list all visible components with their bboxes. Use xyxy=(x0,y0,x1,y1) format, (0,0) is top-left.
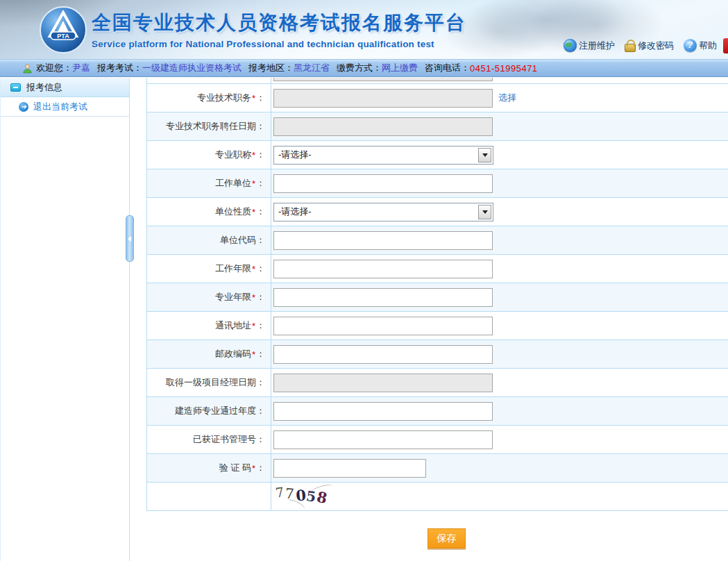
choose-link[interactable]: 选择 xyxy=(498,92,516,104)
field-cell xyxy=(271,169,728,197)
region-name: 黑龙江省 xyxy=(294,62,330,74)
clipped-form-row xyxy=(147,78,728,84)
text-input[interactable] xyxy=(273,174,493,193)
required-asterisk: * xyxy=(252,93,255,103)
field-cell xyxy=(271,397,728,425)
account-maintenance-link[interactable]: 注册维护 xyxy=(564,39,615,52)
required-asterisk: * xyxy=(252,264,255,274)
field-cell xyxy=(271,426,728,453)
help-label: 帮助 xyxy=(699,40,717,52)
form-row: 专业年限*： xyxy=(147,283,728,312)
registration-form: 专业技术职务*：选择专业技术职务聘任日期：专业职称*：-请选择-工作单位*：单位… xyxy=(146,78,728,511)
site-title: 全国专业技术人员资格考试报名服务平台 xyxy=(92,10,466,36)
text-input[interactable] xyxy=(273,345,493,364)
field-label: 验 证 码*： xyxy=(147,454,271,482)
change-password-link[interactable]: 修改密码 xyxy=(625,40,674,52)
captcha-digit: 7 xyxy=(275,484,285,500)
field-cell: 77058 xyxy=(271,483,728,510)
field-cell xyxy=(271,340,728,368)
form-row: 已获证书管理号： xyxy=(147,426,728,454)
svg-text:PTA: PTA xyxy=(57,33,69,40)
save-button[interactable]: 保存 xyxy=(428,528,466,549)
text-input[interactable] xyxy=(273,402,493,421)
form-row: 通讯地址*： xyxy=(147,312,728,340)
disabled-input xyxy=(273,117,493,136)
required-asterisk: * xyxy=(252,178,255,189)
field-cell xyxy=(271,369,728,396)
sidebar-section-label: 报考信息 xyxy=(26,81,62,94)
pta-logo-icon: PTA xyxy=(39,6,87,54)
text-input[interactable] xyxy=(273,231,493,250)
clipped-label-cell xyxy=(147,78,271,83)
user-info-bar: 欢迎您：尹嘉 报考考试：一级建造师执业资格考试 报考地区：黑龙江省 缴费方式：网… xyxy=(0,60,728,77)
form-row: 工作单位*： xyxy=(147,169,728,198)
field-label: 邮政编码*： xyxy=(147,340,271,368)
user-avatar-icon xyxy=(22,63,33,74)
help-link[interactable]: ? 帮助 xyxy=(684,39,717,52)
lock-icon xyxy=(625,44,636,52)
form-row: 单位性质*：-请选择- xyxy=(147,198,728,226)
select-value: -请选择- xyxy=(278,149,312,161)
select-dropdown[interactable]: -请选择- xyxy=(273,146,493,165)
clipped-red-button[interactable] xyxy=(723,38,728,53)
field-label: 单位代码： xyxy=(147,226,271,254)
field-label: 工作年限*： xyxy=(147,255,271,283)
text-input[interactable] xyxy=(273,260,493,278)
chevron-down-icon[interactable] xyxy=(478,205,491,219)
sidebar-item-label: 退出当前考试 xyxy=(33,101,87,113)
required-asterisk: * xyxy=(252,349,255,360)
sidebar-section-exam-info[interactable]: 报考信息 xyxy=(1,78,129,97)
field-label: 取得一级项目经理日期： xyxy=(147,369,271,396)
site-banner: PTA 全国专业技术人员资格考试报名服务平台 Service platform … xyxy=(0,0,728,60)
welcome-text: 欢迎您：尹嘉 xyxy=(36,62,90,74)
form-row: 工作年限*： xyxy=(147,255,728,283)
sidebar-item-exit-exam[interactable]: ➜ 退出当前考试 xyxy=(1,97,129,117)
form-row: 邮政编码*： xyxy=(147,340,728,369)
text-input[interactable] xyxy=(273,430,493,449)
select-value: -请选择- xyxy=(278,206,312,218)
required-asterisk: * xyxy=(252,463,255,474)
field-label: 已获证书管理号： xyxy=(147,426,271,453)
form-row: 取得一级项目经理日期： xyxy=(147,369,728,397)
page: PTA 全国专业技术人员资格考试报名服务平台 Service platform … xyxy=(0,0,728,561)
form-row: 专业技术职务聘任日期： xyxy=(147,112,728,141)
globe-icon xyxy=(564,39,577,52)
site-subtitle: Service platform for National Profession… xyxy=(92,39,466,49)
required-asterisk: * xyxy=(252,292,255,303)
account-maintenance-label: 注册维护 xyxy=(579,40,615,52)
exam-name: 一级建造师执业资格考试 xyxy=(142,62,242,74)
disabled-input xyxy=(273,374,493,392)
payment-text: 缴费方式：网上缴费 xyxy=(337,62,418,74)
disabled-input xyxy=(273,89,493,108)
field-label: 专业技术职务*： xyxy=(147,84,271,112)
form-row: 77058 xyxy=(147,483,728,511)
form-row: 验 证 码*： xyxy=(147,454,728,483)
field-cell: -请选择- xyxy=(271,198,728,226)
help-icon: ? xyxy=(684,39,697,52)
username: 尹嘉 xyxy=(72,62,90,74)
header-links: 注册维护 修改密码 ? 帮助 xyxy=(564,39,717,52)
required-asterisk: * xyxy=(252,207,255,217)
field-cell xyxy=(271,255,728,283)
exam-text: 报考考试：一级建造师执业资格考试 xyxy=(97,62,242,74)
sidebar-collapse-handle[interactable] xyxy=(126,215,134,262)
field-label xyxy=(147,483,271,510)
field-label: 建造师专业通过年度： xyxy=(147,397,271,425)
arrow-right-icon: ➜ xyxy=(19,102,28,112)
field-label: 专业年限*： xyxy=(147,283,271,311)
text-input[interactable] xyxy=(273,317,493,335)
captcha-input[interactable] xyxy=(273,459,426,478)
phone-number: 0451-51995471 xyxy=(470,63,538,74)
field-cell xyxy=(271,312,728,340)
field-label: 通讯地址*： xyxy=(147,312,271,340)
select-dropdown[interactable]: -请选择- xyxy=(273,203,493,221)
field-label: 单位性质*： xyxy=(147,198,271,226)
text-input[interactable] xyxy=(273,288,493,307)
field-label: 工作单位*： xyxy=(147,169,271,197)
captcha-image[interactable]: 77058 xyxy=(273,485,328,508)
chevron-down-icon[interactable] xyxy=(478,148,491,162)
required-asterisk: * xyxy=(252,321,255,331)
form-row: 专业职称*：-请选择- xyxy=(147,141,728,169)
clipped-field-cell xyxy=(271,78,728,83)
field-cell xyxy=(271,112,728,140)
